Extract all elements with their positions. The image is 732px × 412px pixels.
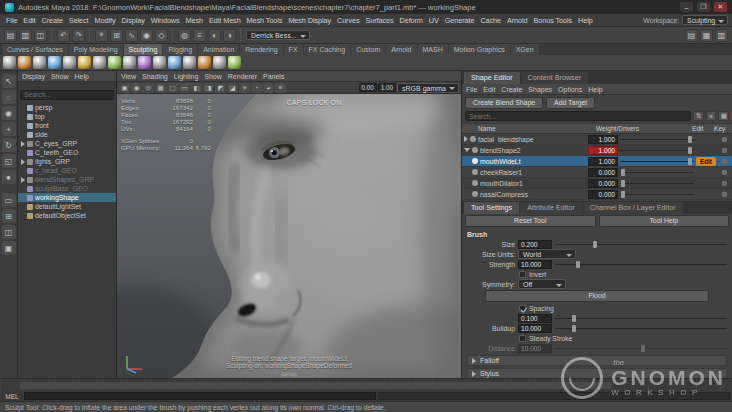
shelf-tab-animation[interactable]: Animation: [198, 44, 239, 55]
menu-edit[interactable]: Edit: [20, 16, 38, 25]
redo-icon[interactable]: ↷: [72, 29, 85, 42]
spacing-slider[interactable]: [555, 314, 727, 323]
outliner-item-defaultlightset[interactable]: defaultLightSet: [18, 202, 116, 211]
scale-tool-icon[interactable]: ◱: [2, 154, 16, 168]
filter-icon[interactable]: ≡: [706, 111, 717, 121]
weight-value[interactable]: 1.000: [588, 157, 618, 166]
new-scene-icon[interactable]: ▤: [4, 29, 17, 42]
render-icon[interactable]: ◐: [208, 29, 221, 42]
pinch-brush-icon[interactable]: [63, 56, 76, 69]
spacing-checkbox[interactable]: [519, 305, 526, 312]
key-cell[interactable]: [718, 170, 730, 175]
se-menu-help[interactable]: Help: [588, 86, 602, 93]
viewport-menu-renderer[interactable]: Renderer: [228, 73, 257, 80]
steady-stroke-checkbox[interactable]: [519, 335, 526, 342]
spacing-field[interactable]: 0.100: [518, 314, 552, 323]
scrape-brush-icon[interactable]: [168, 56, 181, 69]
size-units-selector[interactable]: World: [518, 249, 576, 259]
menu-help[interactable]: Help: [575, 16, 596, 25]
preset-selector[interactable]: Derrick Bess...: [246, 30, 310, 40]
menu-file[interactable]: File: [3, 16, 20, 25]
range-slider[interactable]: [20, 382, 612, 389]
layout-single-pane-icon[interactable]: ▭: [2, 193, 16, 207]
layout-outliner-pane-icon[interactable]: ▣: [2, 241, 16, 255]
stylus-section[interactable]: Stylus: [467, 368, 727, 378]
invert-checkbox[interactable]: [519, 271, 526, 278]
viewport-canvas[interactable]: Verts:836980 Edges:1673420 Faces:836460 …: [117, 94, 461, 378]
menu-mesh-tools[interactable]: Mesh Tools: [244, 16, 286, 25]
outliner-item-side[interactable]: side: [18, 130, 116, 139]
channel-box-toggle-icon[interactable]: ▥: [715, 29, 728, 42]
tool-settings-toggle-icon[interactable]: ▦: [700, 29, 713, 42]
menu-modify[interactable]: Modify: [92, 16, 119, 25]
weight-value[interactable]: 1.000: [588, 146, 618, 155]
outliner-item-lights-grp[interactable]: lights_GRP: [18, 157, 116, 166]
flatten-brush-icon[interactable]: [78, 56, 91, 69]
repeat-brush-icon[interactable]: [123, 56, 136, 69]
menu-uv[interactable]: UV: [426, 16, 442, 25]
list-view-icon[interactable]: ▦: [718, 111, 729, 121]
outliner-item-persp[interactable]: persp: [18, 103, 116, 112]
wax-brush-icon[interactable]: [153, 56, 166, 69]
flood-button[interactable]: Flood: [485, 290, 709, 302]
snap-curve-icon[interactable]: ∿: [125, 29, 138, 42]
resolution-gate-icon[interactable]: ▭: [179, 83, 190, 93]
add-target-button[interactable]: Add Target: [546, 97, 595, 109]
shelf-tab-rendering[interactable]: Rendering: [240, 44, 282, 55]
expand-arrow-icon[interactable]: [21, 177, 25, 183]
shelf-tab-rigging[interactable]: Rigging: [163, 44, 197, 55]
history-icon[interactable]: ≡: [193, 29, 206, 42]
use-all-lights-icon[interactable]: ◪: [227, 83, 238, 93]
exposure-value[interactable]: 0.00: [359, 83, 377, 92]
grid-icon[interactable]: ▦: [155, 83, 166, 93]
weight-slider[interactable]: [620, 157, 694, 166]
last-tool-icon[interactable]: ●: [2, 170, 16, 184]
sculpt-brush-icon[interactable]: [3, 56, 16, 69]
viewport-menu-view[interactable]: View: [121, 73, 136, 80]
shelf-tab-fx[interactable]: FX: [284, 44, 303, 55]
key-cell[interactable]: [718, 192, 730, 197]
weight-value[interactable]: 0.000: [588, 190, 618, 199]
menu-deform[interactable]: Deform: [397, 16, 426, 25]
symmetry-selector[interactable]: Off: [518, 279, 566, 289]
menu-curves[interactable]: Curves: [334, 16, 363, 25]
view-transform-selector[interactable]: sRGB gamma: [397, 83, 459, 93]
viewport-menu-shading[interactable]: Shading: [142, 73, 168, 80]
outliner-search-input[interactable]: [20, 90, 114, 100]
tab-content-browser[interactable]: Content Browser: [521, 72, 589, 84]
buildup-field[interactable]: 10.000: [518, 324, 552, 333]
falloff-section[interactable]: Falloff: [467, 355, 727, 366]
layout-four-pane-icon[interactable]: ⊞: [2, 209, 16, 223]
viewport-menu-show[interactable]: Show: [204, 73, 222, 80]
outliner-item-eyes-grp[interactable]: C_eyes_GRP: [18, 139, 116, 148]
outliner-item-teeth-geo[interactable]: C_teeth_GEO: [18, 148, 116, 157]
isolate-select-icon[interactable]: ≡: [275, 83, 286, 93]
spray-brush-icon[interactable]: [108, 56, 121, 69]
target-row-cheekraiser1[interactable]: cheekRaiser1 0.000: [462, 167, 732, 178]
tool-help-button[interactable]: Tool Help: [599, 215, 730, 227]
se-menu-shapes[interactable]: Shapes: [528, 86, 552, 93]
menu-mesh-display[interactable]: Mesh Display: [285, 16, 334, 25]
undo-icon[interactable]: ↶: [57, 29, 70, 42]
command-input[interactable]: [24, 392, 376, 400]
tab-shape-editor[interactable]: Shape Editor: [464, 72, 520, 84]
open-scene-icon[interactable]: ▥: [19, 29, 32, 42]
weight-slider[interactable]: [620, 146, 694, 155]
gamma-value[interactable]: 1.00: [378, 83, 396, 92]
shelf-tab-curves-surfaces[interactable]: Curves / Surfaces: [2, 44, 68, 55]
outliner-item-workingshape[interactable]: workingShape: [18, 193, 116, 202]
make-live-icon[interactable]: ◍: [178, 29, 191, 42]
menu-mesh[interactable]: Mesh: [183, 16, 206, 25]
menu-surfaces[interactable]: Surfaces: [363, 16, 397, 25]
strength-field[interactable]: 10.000: [518, 260, 552, 269]
se-menu-file[interactable]: File: [466, 86, 477, 93]
expand-arrow-icon[interactable]: [21, 159, 25, 165]
expand-arrow-icon[interactable]: [464, 136, 468, 142]
outliner-item-top[interactable]: top: [18, 112, 116, 121]
menu-generate[interactable]: Generate: [442, 16, 478, 25]
target-row-nasalcompress[interactable]: nasalCompress 0.000: [462, 189, 732, 200]
target-row-mouthwidelt[interactable]: mouthWideLt 1.000 Edit: [462, 156, 732, 167]
foamy-brush-icon[interactable]: [93, 56, 106, 69]
bulge-brush-icon[interactable]: [228, 56, 241, 69]
relax-brush-icon[interactable]: [33, 56, 46, 69]
